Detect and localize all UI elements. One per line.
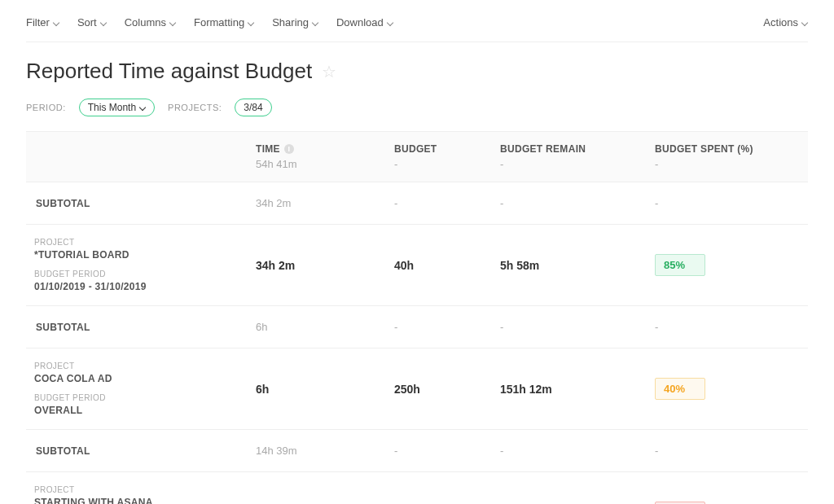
subtotal-spent: - [655,445,658,457]
project-meta-label: PROJECT [34,362,74,370]
period-label: PERIOD: [26,103,66,112]
chevron-down-icon [100,20,107,26]
subtotal-row: SUBTOTAL 6h - - - [26,306,808,348]
project-name: STARTING WITH ASANA [34,497,153,504]
subtotal-row: SUBTOTAL 34h 2m - - - [26,182,808,225]
sharing-label: Sharing [272,16,309,28]
subtotal-label: SUBTOTAL [36,322,90,333]
chevron-down-icon [53,20,59,26]
report-table: TIME i 54h 41m BUDGET - BUDGET REMAIN - … [26,131,808,504]
projects-value: 3/84 [244,102,262,113]
col-header-budget[interactable]: BUDGET [394,143,481,155]
budget-period-value: OVERALL [34,405,82,416]
chevron-down-icon [387,20,393,26]
page-title: Reported Time against Budget [26,59,312,84]
sort-menu[interactable]: Sort [77,16,107,28]
subtotal-remain: - [500,445,503,457]
row-budget: 40h [394,259,414,272]
toolbar: Filter Sort Columns Formatting Sharing D… [26,16,808,42]
subtotal-spent: - [655,197,658,209]
chevron-down-icon [169,20,176,26]
table-header-row: TIME i 54h 41m BUDGET - BUDGET REMAIN - … [26,131,808,182]
project-meta-label: PROJECT [34,238,74,247]
project-name: COCA COLA AD [34,373,112,384]
chevron-down-icon [801,20,808,26]
chevron-down-icon [248,20,254,26]
formatting-label: Formatting [194,16,244,28]
filter-label: Filter [26,16,50,28]
budget-spent-badge: 40% [655,378,705,400]
row-time: 34h 2m [256,259,295,272]
star-icon[interactable]: ☆ [322,62,336,81]
subtotal-time: 6h [256,321,267,333]
period-selector[interactable]: This Month [79,99,155,116]
col-header-time[interactable]: TIME i [256,143,375,155]
projects-selector[interactable]: 3/84 [235,99,271,116]
columns-label: Columns [125,16,166,28]
spent-total: - [655,158,798,170]
remain-total: - [500,158,635,170]
table-row[interactable]: PROJECT STARTING WITH ASANA BUDGET PERIO… [26,472,808,504]
subtotal-label: SUBTOTAL [36,198,90,209]
subtotal-spent: - [655,321,658,333]
info-icon[interactable]: i [284,144,294,154]
subtotal-label: SUBTOTAL [36,445,90,457]
col-header-spent[interactable]: BUDGET SPENT (%) [655,143,798,155]
subtotal-budget: - [394,445,397,457]
subtotal-time: 34h 2m [256,197,291,209]
page-title-row: Reported Time against Budget ☆ [26,59,808,84]
col-header-remain[interactable]: BUDGET REMAIN [500,143,635,155]
row-remain: 151h 12m [500,383,552,396]
subtotal-budget: - [394,321,397,333]
columns-menu[interactable]: Columns [125,16,176,28]
budget-total: - [394,158,481,170]
actions-label: Actions [763,16,798,28]
budget-period-meta-label: BUDGET PERIOD [34,393,106,402]
sort-label: Sort [77,16,97,28]
row-time: 6h [256,383,269,396]
row-budget: 250h [394,383,420,396]
subtotal-row: SUBTOTAL 14h 39m - - - [26,430,808,472]
actions-menu[interactable]: Actions [763,16,808,28]
project-name: *TUTORIAL BOARD [34,249,129,261]
subtotal-remain: - [500,197,503,209]
formatting-menu[interactable]: Formatting [194,16,254,28]
budget-period-value: 01/10/2019 - 31/10/2019 [34,281,147,292]
table-row[interactable]: PROJECT *TUTORIAL BOARD BUDGET PERIOD 01… [26,225,808,306]
chevron-down-icon [312,20,318,26]
chevron-down-icon [139,104,146,111]
row-remain: 5h 58m [500,259,539,272]
filter-menu[interactable]: Filter [26,16,59,28]
budget-period-meta-label: BUDGET PERIOD [34,270,106,278]
project-meta-label: PROJECT [34,485,74,494]
subtotal-time: 14h 39m [256,445,297,457]
time-total: 54h 41m [256,158,375,170]
filters-row: PERIOD: This Month PROJECTS: 3/84 [26,99,808,116]
subtotal-budget: - [394,197,397,209]
budget-spent-badge: 85% [655,254,705,276]
subtotal-remain: - [500,321,503,333]
sharing-menu[interactable]: Sharing [272,16,318,28]
period-value: This Month [88,102,136,113]
download-label: Download [336,16,384,28]
download-menu[interactable]: Download [336,16,393,28]
table-row[interactable]: PROJECT COCA COLA AD BUDGET PERIOD OVERA… [26,348,808,430]
projects-label: PROJECTS: [168,103,222,112]
